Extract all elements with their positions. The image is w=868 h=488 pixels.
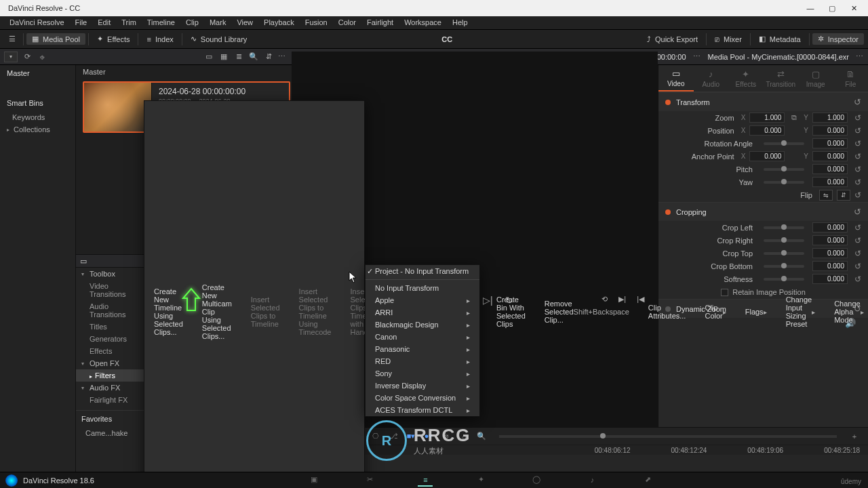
bin-view-dropdown[interactable]: ▾ (4, 52, 18, 62)
fx-grp-openfx[interactable]: ▾Open FX (76, 357, 151, 369)
smi-aces-dctl[interactable]: ACES Transform DCTL▸ (366, 404, 479, 416)
sidebar-master[interactable]: Master (0, 65, 75, 81)
fx-grp-toolbox[interactable]: ▾Toolbox (76, 268, 151, 280)
search-icon[interactable]: 🔍 (248, 52, 259, 62)
mixer-toggle[interactable]: ⎚ Mixer (709, 34, 747, 45)
submenu-arrow-icon: ▸ (467, 309, 470, 317)
fx-view-dropdown[interactable]: ▭ (80, 257, 87, 266)
audiofx-label: Audio FX (90, 384, 120, 392)
sort-icon[interactable]: ⇵ (263, 52, 274, 62)
inspector-toggle[interactable]: ✲ Inspector (812, 33, 864, 45)
fx-video-transitions[interactable]: Video Transitions (76, 280, 151, 300)
aces-submenu: ✓Project - No Input Transform No Input T… (365, 264, 480, 417)
refresh-icon[interactable]: ⟳ (22, 52, 33, 62)
submenu-arrow-icon: ▸ (467, 407, 470, 414)
fx-effects[interactable]: Effects (76, 345, 151, 357)
smi-apple[interactable]: Apple▸ (366, 294, 479, 306)
smi-bmd[interactable]: Blackmagic Design▸ (366, 319, 479, 331)
menu-fusion[interactable]: Fusion (300, 16, 333, 29)
wave-icon: ∿ (191, 35, 197, 43)
mi-label: Change Alpha Mode (834, 300, 861, 324)
mi-flags[interactable]: Flags▸ (736, 101, 776, 488)
grid-view-icon[interactable]: ▦ (218, 52, 229, 62)
smi-red[interactable]: RED▸ (366, 355, 479, 367)
menu-edit[interactable]: Edit (92, 16, 116, 29)
smi-inverse-display[interactable]: Inverse Display▸ (366, 380, 479, 392)
page-fusion[interactable]: ✦ (473, 474, 488, 487)
page-media[interactable]: ▣ (307, 474, 321, 487)
menu-color[interactable]: Color (333, 16, 361, 29)
smi-csc[interactable]: Color Space Conversion▸ (366, 392, 479, 404)
mi-create-bin[interactable]: Create Bin With Selected Clips (487, 101, 535, 488)
media-pool-toggle[interactable]: ▦ Media Pool (26, 33, 85, 45)
mi-insert-tc[interactable]: Insert Selected Clips to Timeline Using … (290, 101, 341, 488)
mi-alpha-mode[interactable]: Change Alpha Mode▸ (825, 101, 868, 488)
smart-bin-collections[interactable]: ▸ Collections (0, 123, 75, 136)
fx-fairlight[interactable]: Fairlight FX (76, 394, 151, 406)
clip-title: 2024-06-28 00:00:00:00 (159, 87, 282, 96)
inspector-more-icon[interactable]: ⋯ (856, 52, 864, 61)
mi-insert[interactable]: Insert Selected Clips to Timeline (241, 101, 290, 488)
annotation-arrow-icon (179, 287, 203, 312)
smi-project-none[interactable]: ✓Project - No Input Transform (366, 265, 479, 277)
mi-label: Sony (375, 369, 392, 378)
favorites-header: Favorites (76, 410, 151, 427)
media-pool-label: Media Pool (43, 35, 80, 43)
smi-canon[interactable]: Canon▸ (366, 331, 479, 343)
openfx-label: Open FX (90, 359, 119, 367)
menu-help[interactable]: Help (447, 16, 473, 29)
page-edit[interactable]: ≡ (418, 474, 433, 487)
mi-sizing-preset[interactable]: Change Input Sizing Preset▸ (776, 101, 825, 488)
inspector-tab-audio[interactable]: ♪Audio (694, 65, 729, 92)
inspector-tab-effects[interactable]: ✦Effects (728, 65, 764, 92)
mi-clip-color[interactable]: Clip Color▸ (695, 101, 735, 488)
link-icon[interactable]: ⎆ (37, 52, 47, 62)
sidebar-toggle-icon[interactable]: ☰ (5, 33, 19, 46)
viewer-more-icon[interactable]: ⋯ (693, 52, 701, 61)
menu-clip[interactable]: Clip (180, 16, 204, 29)
shortcut: Shift+Backspace (574, 308, 629, 316)
inspector-tab-video[interactable]: ▭Video (658, 65, 694, 92)
inspector-tab-file[interactable]: 🗎File (833, 65, 869, 92)
fx-generators[interactable]: Generators (76, 333, 151, 345)
smi-sony[interactable]: Sony▸ (366, 367, 479, 380)
mi-attributes[interactable]: Clip Attributes... (639, 101, 696, 488)
fx-grp-audiofx[interactable]: ▾Audio FX (76, 382, 151, 394)
quick-export-button[interactable]: ⤴ Quick Export (642, 34, 703, 45)
page-color[interactable]: ◯ (529, 474, 544, 487)
mi-remove[interactable]: Remove Selected Clip...Shift+Backspace (535, 101, 639, 488)
menu-trim[interactable]: Trim (116, 16, 142, 29)
smi-arri[interactable]: ARRI▸ (366, 306, 479, 319)
menu-view[interactable]: View (231, 16, 258, 29)
smi-no-input[interactable]: No Input Transform (366, 282, 479, 294)
page-cut[interactable]: ✂ (362, 474, 377, 487)
fx-filters[interactable]: ▸Filters (76, 369, 151, 382)
metadata-toggle[interactable]: ◧ Metadata (753, 33, 806, 45)
fx-titles[interactable]: Titles (76, 321, 151, 333)
inspector-tab-image[interactable]: ▢Image (798, 65, 833, 92)
menu-file[interactable]: File (70, 16, 93, 29)
menu-timeline[interactable]: Timeline (142, 16, 180, 29)
close-button[interactable]: ✕ (849, 4, 859, 13)
favorite-item[interactable]: Came...hake (76, 427, 151, 439)
smi-panasonic[interactable]: Panasonic▸ (366, 343, 479, 355)
menu-workspace[interactable]: Workspace (399, 16, 447, 29)
page-fairlight[interactable]: ♪ (585, 474, 599, 487)
list-view-icon[interactable]: ≣ (233, 52, 244, 62)
page-deliver[interactable]: ⬈ (640, 474, 655, 487)
fx-audio-transitions[interactable]: Audio Transitions (76, 300, 151, 321)
menu-fairlight[interactable]: Fairlight (361, 16, 399, 29)
index-toggle[interactable]: ≡ Index (141, 34, 178, 45)
media-pool-icon: ▦ (32, 35, 39, 43)
menu-app[interactable]: DaVinci Resolve (4, 16, 70, 29)
menu-playback[interactable]: Playback (258, 16, 300, 29)
sound-library-toggle[interactable]: ∿ Sound Library (185, 33, 253, 45)
minimize-button[interactable]: — (806, 4, 815, 13)
menu-mark[interactable]: Mark (204, 16, 231, 29)
effects-toggle[interactable]: ✦ Effects (92, 33, 135, 45)
inspector-tab-transition[interactable]: ⇄Transition (764, 65, 799, 92)
more-icon[interactable]: ⋯ (278, 52, 286, 61)
smart-bin-keywords[interactable]: Keywords (0, 111, 75, 123)
thumb-view-icon[interactable]: ▭ (203, 52, 214, 62)
maximize-button[interactable]: ▢ (827, 4, 837, 13)
